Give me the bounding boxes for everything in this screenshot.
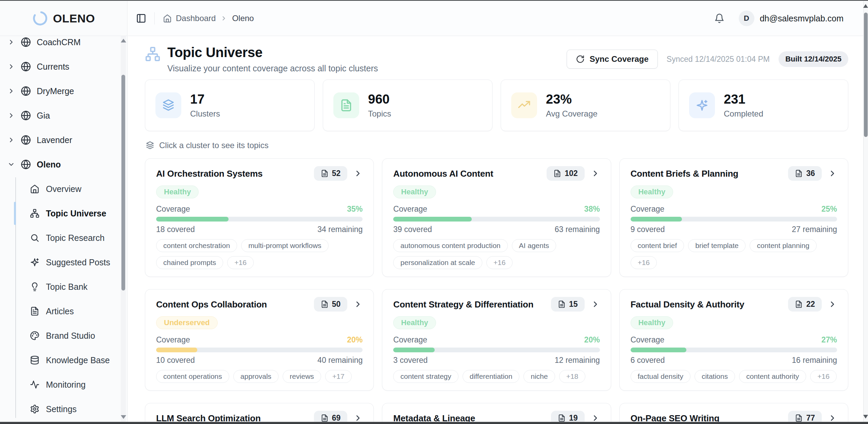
coverage-label: Coverage xyxy=(631,205,665,213)
user-menu[interactable]: D dh@salesmvplab.com xyxy=(739,11,844,26)
activity-icon xyxy=(30,380,39,389)
scroll-down-arrow[interactable] xyxy=(863,415,868,419)
sidebar-project-item[interactable]: Currents xyxy=(0,54,120,79)
sidebar-item-knowledge-base[interactable]: Knowledge Base xyxy=(0,348,120,372)
tag-pill: content authority xyxy=(739,370,806,383)
file-text-icon xyxy=(558,300,566,308)
cluster-title: Content Briefs & Planning xyxy=(631,169,738,179)
coverage-progress-fill xyxy=(156,348,197,352)
chevron-right-icon xyxy=(7,63,15,70)
file-text-icon xyxy=(321,170,329,177)
tag-pill: personalization at scale xyxy=(393,256,482,269)
chevron-right-icon[interactable] xyxy=(828,300,837,309)
page-scrollbar-thumb[interactable] xyxy=(864,13,868,137)
stat-value: 960 xyxy=(368,92,391,107)
sidebar-project-item[interactable]: Gia xyxy=(0,103,120,128)
stat-value: 231 xyxy=(724,92,763,107)
covered-count: 3 covered xyxy=(393,356,428,365)
doc-count-badge: 36 xyxy=(788,166,822,181)
main-content: Topic Universe Visualize your content co… xyxy=(128,36,863,422)
remaining-count: 12 remaining xyxy=(555,356,600,365)
tag-more-pill: +16 xyxy=(486,256,513,269)
covered-count: 9 covered xyxy=(631,225,665,234)
sidebar-scrollbar[interactable] xyxy=(121,36,126,422)
doc-count-badge: 22 xyxy=(788,297,822,312)
sparkles-icon xyxy=(30,258,39,267)
chevron-right-icon[interactable] xyxy=(591,169,600,178)
sidebar-project-item[interactable]: Lavender xyxy=(0,128,120,152)
sidebar-item-articles[interactable]: Articles xyxy=(0,299,120,323)
cluster-card[interactable]: Content Strategy & Differentiation 15 xyxy=(382,289,611,391)
cluster-card[interactable]: LLM Search Optimization 69 xyxy=(145,403,374,422)
sidebar-project-oleno[interactable]: Oleno xyxy=(0,152,120,177)
sidebar-item-label: Topic Bank xyxy=(46,282,87,292)
sidebar-project-item[interactable]: CoachCRM xyxy=(0,36,120,54)
sidebar-item-label: Overview xyxy=(46,184,81,194)
sidebar-nav: CoachCRM Currents xyxy=(0,36,120,422)
stat-card-topics: 960 Topics xyxy=(323,80,493,131)
chevron-right-icon[interactable] xyxy=(591,300,600,309)
sidebar-item-settings[interactable]: Settings xyxy=(0,397,120,421)
tag-pill: content brief xyxy=(631,239,684,252)
chevron-right-icon[interactable] xyxy=(591,413,600,422)
page-scrollbar[interactable] xyxy=(863,1,868,422)
sidebar-item-brand-studio[interactable]: Brand Studio xyxy=(0,323,120,348)
topbar: Dashboard Oleno D dh@salesmvplab.com xyxy=(128,1,863,36)
refresh-icon xyxy=(576,55,585,64)
sidebar-item-monitoring[interactable]: Monitoring xyxy=(0,372,120,397)
cluster-title: Content Strategy & Differentiation xyxy=(393,299,533,310)
user-email: dh@salesmvplab.com xyxy=(760,14,844,23)
scroll-down-arrow[interactable] xyxy=(121,415,126,419)
sidebar-project-item[interactable]: DryMerge xyxy=(0,79,120,103)
sidebar-item-topic-universe[interactable]: Topic Universe xyxy=(0,201,120,226)
bell-icon[interactable] xyxy=(714,13,724,23)
cluster-card[interactable]: Content Ops Collaboration 50 xyxy=(145,289,374,391)
cluster-card[interactable]: Metadata & Lineage 19 xyxy=(382,403,611,422)
doc-count-badge: 50 xyxy=(314,297,348,312)
cluster-card[interactable]: Autonomous AI Content 102 xyxy=(382,158,611,277)
sidebar-item-topic-bank[interactable]: Topic Bank xyxy=(0,275,120,299)
cluster-card[interactable]: AI Orchestration Systems 52 xyxy=(145,158,374,277)
sidebar-item-overview[interactable]: Overview xyxy=(0,177,120,201)
tag-list: autonomous content production AI agents … xyxy=(393,239,600,269)
sidebar-toggle-icon[interactable] xyxy=(136,13,146,23)
sidebar-project-label: CoachCRM xyxy=(37,37,81,47)
tag-pill: brief template xyxy=(688,239,746,252)
sidebar-project-list: CoachCRM Currents xyxy=(0,36,120,152)
stat-card-avg-coverage: 23% Avg Coverage xyxy=(501,80,670,131)
tag-pill: niche xyxy=(523,370,555,383)
home-icon[interactable] xyxy=(163,14,172,23)
sidebar-item-topic-research[interactable]: Topic Research xyxy=(0,226,120,250)
chevron-right-icon[interactable] xyxy=(828,413,837,422)
chevron-right-icon xyxy=(7,38,15,46)
sidebar: OLENO CoachCRM xyxy=(0,1,128,422)
chevron-right-icon[interactable] xyxy=(828,169,837,178)
coverage-label: Coverage xyxy=(156,205,190,213)
window-frame-top-line xyxy=(0,1,868,1)
file-text-icon xyxy=(30,306,39,316)
scroll-up-arrow[interactable] xyxy=(863,4,868,8)
doc-count-badge: 77 xyxy=(788,411,822,422)
sidebar-project-label: Currents xyxy=(37,62,69,72)
cluster-card[interactable]: On-Page SEO Writing 77 xyxy=(619,403,848,422)
topic-universe-icon xyxy=(145,46,161,73)
scroll-up-arrow[interactable] xyxy=(121,39,126,42)
coverage-percent: 25% xyxy=(821,205,837,213)
doc-count: 19 xyxy=(569,413,578,422)
coverage-label: Coverage xyxy=(393,205,427,213)
sidebar-item-label: Suggested Posts xyxy=(46,258,110,267)
breadcrumb-dashboard[interactable]: Dashboard xyxy=(176,14,216,23)
sidebar-item-label: Topic Universe xyxy=(46,209,106,218)
cluster-card[interactable]: Factual Density & Authority 22 xyxy=(619,289,848,391)
cluster-card[interactable]: Content Briefs & Planning 36 xyxy=(619,158,848,277)
sidebar-item-suggested-posts[interactable]: Suggested Posts xyxy=(0,250,120,275)
sidebar-scrollbar-thumb[interactable] xyxy=(121,75,125,290)
cluster-title: Metadata & Lineage xyxy=(393,413,475,422)
chevron-right-icon[interactable] xyxy=(353,169,363,178)
chevron-right-icon[interactable] xyxy=(353,413,363,422)
sync-coverage-button[interactable]: Sync Coverage xyxy=(567,50,657,69)
cluster-grid: AI Orchestration Systems 52 xyxy=(145,158,848,422)
doc-count: 77 xyxy=(806,413,815,422)
globe-icon xyxy=(21,86,31,96)
chevron-right-icon[interactable] xyxy=(353,300,363,309)
